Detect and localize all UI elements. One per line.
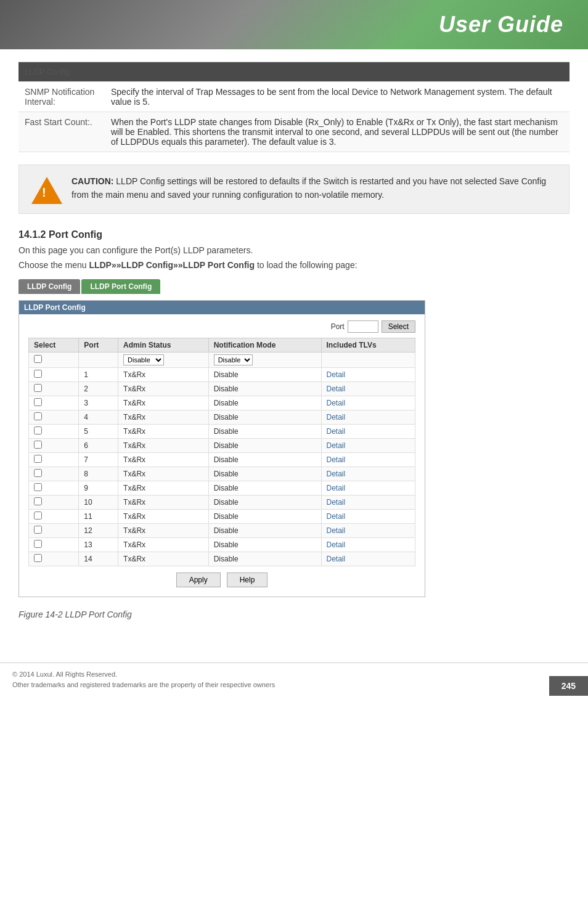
row-admin: Tx&Rx: [118, 524, 209, 538]
col-port: Port: [79, 338, 118, 353]
detail-link[interactable]: Detail: [327, 441, 346, 450]
tab-lldp-config[interactable]: LLDP Config: [18, 279, 80, 294]
row-checkbox-cell[interactable]: [29, 396, 79, 410]
row-tlv[interactable]: Detail: [321, 552, 415, 566]
detail-link[interactable]: Detail: [327, 385, 346, 393]
row-tlv[interactable]: Detail: [321, 425, 415, 439]
row-tlv[interactable]: Detail: [321, 382, 415, 396]
admin-status-default-select[interactable]: Disable Tx&Rx Tx Only Rx Only: [123, 354, 164, 365]
lldp-row-label: Fast Start Count:.: [18, 112, 105, 152]
select-all-checkbox[interactable]: [34, 355, 42, 363]
row-checkbox[interactable]: [34, 512, 42, 520]
detail-link[interactable]: Detail: [327, 512, 346, 521]
caution-icon: [31, 177, 62, 204]
row-checkbox[interactable]: [34, 384, 42, 392]
row-checkbox[interactable]: [34, 370, 42, 378]
port-table: Select Port Admin Status Notification Mo…: [28, 338, 415, 566]
lldp-row-label: SNMP Notification Interval:: [18, 82, 105, 112]
row-checkbox[interactable]: [34, 441, 42, 449]
row-checkbox[interactable]: [34, 497, 42, 505]
row-port: 7: [79, 453, 118, 467]
row-tlv[interactable]: Detail: [321, 524, 415, 538]
table-row: 14 Tx&Rx Disable Detail: [29, 552, 415, 566]
main-content: LLDP Config SNMP Notification Interval: …: [0, 49, 588, 650]
page-header: User Guide: [0, 0, 588, 49]
row-port: 13: [79, 538, 118, 552]
port-config-widget-title: LLDP Port Config: [19, 301, 425, 314]
table-row: 7 Tx&Rx Disable Detail: [29, 453, 415, 467]
table-row: 12 Tx&Rx Disable Detail: [29, 524, 415, 538]
row-checkbox-cell[interactable]: [29, 453, 79, 467]
row-checkbox-cell[interactable]: [29, 467, 79, 481]
table-row: 13 Tx&Rx Disable Detail: [29, 538, 415, 552]
row-checkbox[interactable]: [34, 426, 42, 434]
detail-link[interactable]: Detail: [327, 399, 346, 407]
row-checkbox[interactable]: [34, 469, 42, 477]
row-tlv[interactable]: Detail: [321, 396, 415, 410]
figure-caption: Figure 14-2 LLDP Port Config: [18, 609, 570, 619]
lldp-row-description: When the Port's LLDP state changes from …: [105, 112, 570, 152]
select-button[interactable]: Select: [382, 320, 415, 333]
row-tlv[interactable]: Detail: [321, 439, 415, 453]
detail-link[interactable]: Detail: [327, 526, 346, 535]
row-admin: Tx&Rx: [118, 439, 209, 453]
port-input[interactable]: [348, 320, 378, 333]
detail-link[interactable]: Detail: [327, 498, 346, 507]
row-tlv[interactable]: Detail: [321, 467, 415, 481]
col-tlvs: Included TLVs: [321, 338, 415, 353]
row-admin: Tx&Rx: [118, 538, 209, 552]
detail-link[interactable]: Detail: [327, 555, 346, 563]
row-checkbox[interactable]: [34, 554, 42, 562]
row-checkbox-cell[interactable]: [29, 510, 79, 524]
row-tlv[interactable]: Detail: [321, 481, 415, 495]
row-tlv[interactable]: Detail: [321, 538, 415, 552]
row-tlv[interactable]: Detail: [321, 368, 415, 382]
detail-link[interactable]: Detail: [327, 427, 346, 436]
row-checkbox-cell[interactable]: [29, 410, 79, 425]
row-checkbox-cell[interactable]: [29, 481, 79, 495]
apply-button[interactable]: Apply: [176, 573, 221, 587]
row-notification: Disable: [208, 495, 321, 510]
row-checkbox-cell[interactable]: [29, 495, 79, 510]
detail-link[interactable]: Detail: [327, 540, 346, 549]
row-checkbox[interactable]: [34, 540, 42, 548]
help-button[interactable]: Help: [227, 573, 268, 587]
row-notification: Disable: [208, 538, 321, 552]
detail-link[interactable]: Detail: [327, 455, 346, 464]
row-port: 9: [79, 481, 118, 495]
detail-link[interactable]: Detail: [327, 470, 346, 478]
row-checkbox[interactable]: [34, 483, 42, 491]
row-checkbox[interactable]: [34, 412, 42, 420]
row-admin: Tx&Rx: [118, 453, 209, 467]
row-tlv[interactable]: Detail: [321, 410, 415, 425]
row-admin: Tx&Rx: [118, 510, 209, 524]
tab-lldp-port-config[interactable]: LLDP Port Config: [81, 279, 160, 294]
row-checkbox[interactable]: [34, 526, 42, 534]
detail-link[interactable]: Detail: [327, 413, 346, 422]
row-port: 5: [79, 425, 118, 439]
row-notification: Disable: [208, 524, 321, 538]
table-row: 10 Tx&Rx Disable Detail: [29, 495, 415, 510]
row-checkbox-cell[interactable]: [29, 439, 79, 453]
row-tlv[interactable]: Detail: [321, 510, 415, 524]
page-title: User Guide: [439, 12, 563, 38]
detail-link[interactable]: Detail: [327, 370, 346, 379]
row-checkbox-cell[interactable]: [29, 368, 79, 382]
row-checkbox-cell[interactable]: [29, 524, 79, 538]
row-checkbox-cell[interactable]: [29, 425, 79, 439]
port-label: Port: [331, 322, 345, 331]
row-checkbox[interactable]: [34, 398, 42, 406]
row-checkbox-cell[interactable]: [29, 552, 79, 566]
row-tlv[interactable]: Detail: [321, 495, 415, 510]
row-tlv[interactable]: Detail: [321, 453, 415, 467]
row-checkbox-cell[interactable]: [29, 538, 79, 552]
detail-link[interactable]: Detail: [327, 484, 346, 492]
row-notification: Disable: [208, 396, 321, 410]
caution-label: CAUTION:: [71, 176, 113, 186]
row-port: 1: [79, 368, 118, 382]
row-port: 4: [79, 410, 118, 425]
notification-mode-default-select[interactable]: Disable Enable: [214, 354, 253, 365]
row-checkbox-cell[interactable]: [29, 382, 79, 396]
row-checkbox[interactable]: [34, 455, 42, 463]
table-row: 3 Tx&Rx Disable Detail: [29, 396, 415, 410]
